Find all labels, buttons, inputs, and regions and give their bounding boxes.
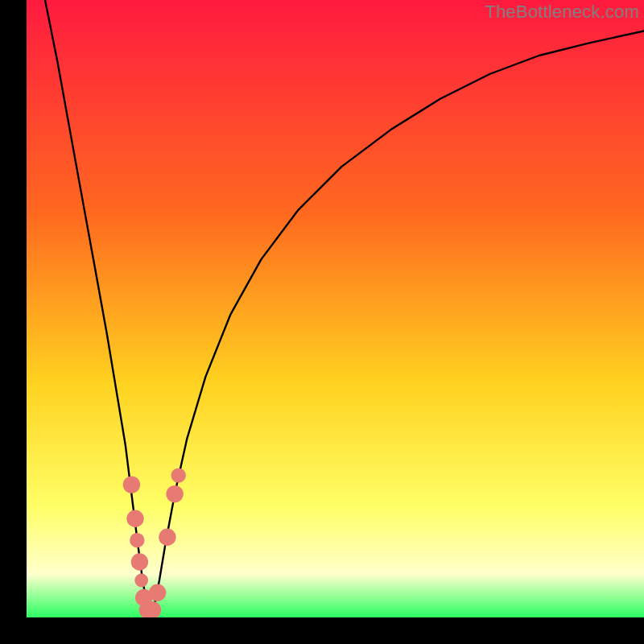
bottleneck-chart <box>27 0 644 617</box>
data-marker <box>149 584 166 601</box>
data-marker <box>166 485 183 502</box>
data-marker <box>171 468 186 482</box>
data-marker <box>134 574 148 588</box>
data-marker <box>159 529 175 546</box>
data-marker <box>126 510 143 527</box>
watermark-text: TheBottleneck.com <box>485 2 639 23</box>
data-marker <box>123 476 140 493</box>
gradient-background <box>27 0 644 617</box>
data-marker <box>130 533 144 547</box>
data-marker <box>131 553 148 570</box>
chart-frame: TheBottleneck.com <box>27 0 644 617</box>
